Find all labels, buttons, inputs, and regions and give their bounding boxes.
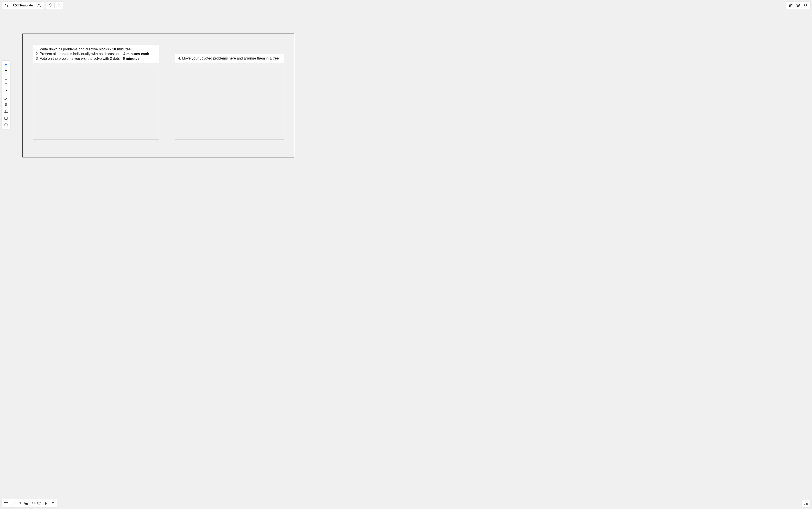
text-icon bbox=[4, 70, 8, 73]
square-icon bbox=[4, 83, 8, 87]
canvas[interactable]: Write down all problems and creative blo… bbox=[0, 0, 812, 509]
zoom-label: 7% bbox=[804, 502, 808, 505]
presentation-icon bbox=[11, 501, 15, 505]
comment-icon bbox=[17, 501, 21, 505]
academic-cap-icon bbox=[796, 3, 801, 7]
settings-icon bbox=[789, 3, 793, 7]
activities-panel-button[interactable] bbox=[43, 500, 49, 507]
instruction-item[interactable]: Present all problems individually with n… bbox=[40, 52, 156, 56]
undo-redo-group bbox=[46, 1, 63, 9]
upload-icon bbox=[4, 116, 8, 120]
screen-share-button[interactable] bbox=[30, 500, 36, 507]
search-button[interactable] bbox=[802, 2, 810, 9]
canvas-frame[interactable]: Write down all problems and creative blo… bbox=[23, 34, 294, 158]
collapse-panel-button[interactable] bbox=[49, 500, 56, 507]
pen-tool[interactable] bbox=[2, 95, 10, 101]
arrow-icon bbox=[4, 90, 8, 93]
drop-area-right[interactable] bbox=[175, 66, 284, 140]
instruction-text: Move your upvoted problems here and arra… bbox=[182, 57, 279, 60]
more-icon bbox=[4, 123, 8, 127]
presentation-panel-button[interactable] bbox=[9, 500, 16, 507]
home-icon bbox=[4, 3, 8, 7]
instruction-item[interactable]: Write down all problems and creative blo… bbox=[40, 47, 156, 52]
chat-panel-button[interactable] bbox=[23, 500, 29, 507]
frame-icon bbox=[4, 110, 8, 113]
connection-line-tool[interactable] bbox=[2, 88, 10, 95]
settings-button[interactable] bbox=[787, 2, 795, 9]
board-title[interactable]: RDJ Template bbox=[10, 4, 35, 7]
learn-button[interactable] bbox=[795, 2, 802, 9]
instructions-right-block[interactable]: 4. Move your upvoted problems here and a… bbox=[175, 54, 284, 63]
instruction-text: Vote on the problems you want to solve w… bbox=[40, 57, 123, 60]
bottom-toolbar-group bbox=[1, 499, 57, 508]
instructions-left-block[interactable]: Write down all problems and creative blo… bbox=[33, 45, 159, 63]
text-tool[interactable] bbox=[2, 68, 10, 75]
svg-line-7 bbox=[807, 6, 807, 7]
instruction-text: Present all problems individually with n… bbox=[40, 52, 123, 56]
top-left-main-group: RDJ Template bbox=[1, 1, 44, 9]
upload-tool[interactable] bbox=[2, 115, 10, 122]
video-icon bbox=[37, 501, 41, 505]
export-icon bbox=[37, 3, 41, 7]
svg-point-1 bbox=[789, 4, 790, 5]
shape-tool[interactable] bbox=[2, 81, 10, 88]
screen-share-icon bbox=[31, 501, 35, 505]
cursor-icon bbox=[4, 63, 8, 67]
left-toolbar bbox=[1, 60, 11, 129]
more-tool[interactable] bbox=[2, 122, 10, 128]
svg-rect-24 bbox=[11, 502, 14, 504]
undo-button[interactable] bbox=[47, 2, 55, 9]
top-right-toolbar bbox=[786, 1, 811, 9]
sticky-note-icon bbox=[4, 76, 8, 80]
bottom-left-toolbar bbox=[1, 499, 57, 508]
recording-panel-button[interactable] bbox=[36, 500, 42, 507]
svg-rect-28 bbox=[38, 502, 40, 504]
home-button[interactable] bbox=[2, 2, 10, 9]
instruction-bold: 4 minutes each bbox=[123, 52, 149, 56]
svg-point-3 bbox=[790, 5, 791, 6]
instruction-bold: 6 minutes bbox=[123, 57, 139, 60]
svg-line-9 bbox=[5, 90, 7, 92]
bottom-right-toolbar: 7% bbox=[802, 500, 811, 508]
frames-panel-button[interactable] bbox=[3, 500, 9, 507]
frame-icon bbox=[4, 501, 8, 505]
frame-tool[interactable] bbox=[2, 108, 10, 115]
sticky-note-tool[interactable] bbox=[2, 75, 10, 81]
comment-tool[interactable] bbox=[2, 101, 10, 108]
instruction-num: 4. bbox=[178, 57, 181, 60]
svg-point-5 bbox=[791, 4, 792, 5]
instruction-item[interactable]: Vote on the problems you want to solve w… bbox=[40, 56, 156, 61]
svg-rect-8 bbox=[5, 84, 7, 86]
zoom-indicator[interactable]: 7% bbox=[802, 500, 811, 508]
drop-area-left[interactable] bbox=[33, 66, 159, 140]
search-icon bbox=[804, 3, 808, 7]
instruction-bold: 10 minutes bbox=[112, 47, 131, 51]
chat-icon bbox=[24, 501, 28, 505]
top-right-main-group bbox=[786, 1, 811, 9]
redo-button[interactable] bbox=[55, 2, 62, 9]
undo-icon bbox=[48, 3, 52, 7]
instruction-text: Write down all problems and creative blo… bbox=[40, 47, 112, 51]
export-button[interactable] bbox=[35, 2, 43, 9]
comments-panel-button[interactable] bbox=[16, 500, 23, 507]
redo-icon bbox=[57, 3, 60, 7]
pen-icon bbox=[4, 96, 8, 100]
select-tool[interactable] bbox=[2, 62, 10, 68]
lightning-icon bbox=[44, 502, 48, 505]
comment-icon bbox=[4, 103, 8, 107]
top-left-toolbar: RDJ Template bbox=[1, 1, 63, 9]
chevron-left-double-icon bbox=[51, 502, 54, 505]
